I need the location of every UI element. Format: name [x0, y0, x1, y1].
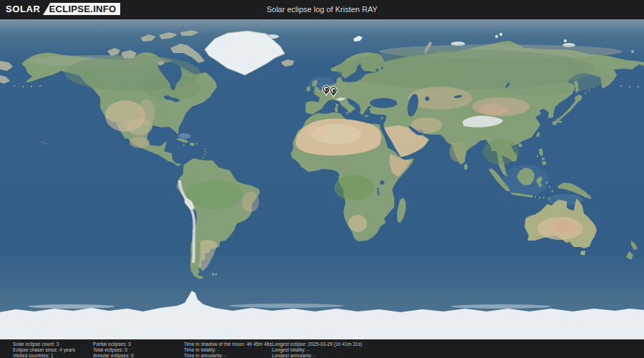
stat-line: Eclipse chaser since: 4 years: [13, 347, 75, 353]
world-map[interactable]: [0, 19, 644, 339]
stat-line: Longest annularity: -: [272, 353, 362, 358]
stat-line: Annular eclipses: 0: [93, 353, 134, 358]
stat-line: Partial eclipses: 3: [93, 342, 134, 347]
stat-line: Time in annularity: -: [184, 353, 272, 358]
stat-line: Visited countries: 1: [13, 353, 75, 358]
partial-eclipse-icon-disc: [333, 90, 336, 92]
stats-column-records: Longest eclipse: 2025-03-29 (1h 41m 31s)…: [272, 342, 362, 358]
header-bar: SOLAR ECLIPSE.INFO Solar eclipse log of …: [0, 0, 644, 19]
partial-eclipse-icon-disc: [326, 88, 328, 91]
page-title: Solar eclipse log of Kristen RAY: [0, 0, 644, 19]
stat-line: Longest eclipse: 2025-03-29 (1h 41m 31s): [272, 342, 362, 347]
stat-line: Total eclipses: 0: [93, 347, 134, 353]
stats-column-types: Partial eclipses: 3 Total eclipses: 0 An…: [93, 342, 134, 358]
stats-column-times: Time in shadow of the moon: 4h 45m 46s T…: [184, 342, 272, 358]
app-window: SOLAR ECLIPSE.INFO Solar eclipse log of …: [0, 0, 644, 358]
stat-line: Time in totality: -: [184, 347, 272, 353]
stats-column-counts: Solar eclipse count: 3 Eclipse chaser si…: [13, 342, 75, 358]
stat-line: Time in shadow of the moon: 4h 45m 46s: [184, 342, 272, 347]
stat-line: Longest totality: -: [272, 347, 362, 353]
stats-footer: Solar eclipse count: 3 Eclipse chaser si…: [0, 339, 644, 358]
stat-line: Solar eclipse count: 3: [13, 342, 75, 347]
